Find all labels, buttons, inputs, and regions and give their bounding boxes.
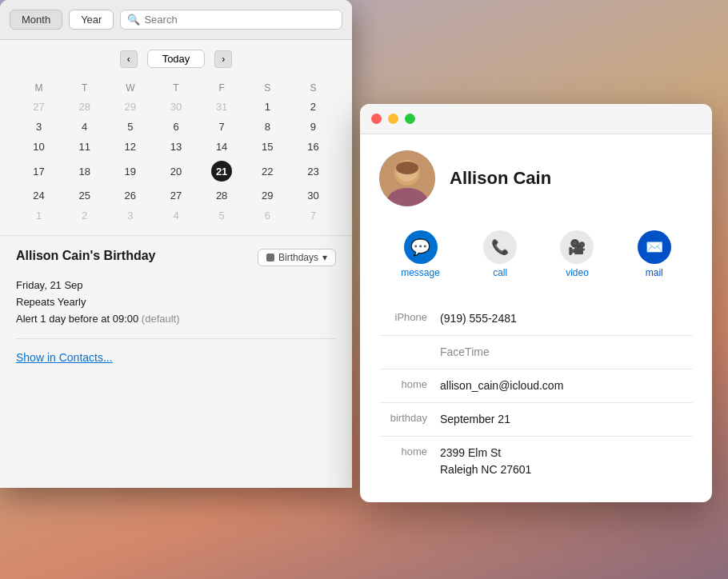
year-button[interactable]: Year — [69, 10, 114, 30]
maximize-button[interactable] — [405, 114, 415, 124]
month-button[interactable]: Month — [10, 10, 62, 30]
info-label — [379, 344, 427, 345]
calendar-day[interactable]: 28 — [199, 186, 245, 206]
calendar-day[interactable]: 4 — [153, 206, 198, 226]
mail-icon: ✉️ — [638, 230, 671, 264]
calendar-day[interactable]: 15 — [245, 137, 290, 157]
calendar-day[interactable]: 1 — [245, 97, 290, 117]
calendar-badge[interactable]: Birthdays ▾ — [258, 249, 336, 266]
calendar-day[interactable]: 22 — [245, 157, 290, 186]
calendar-day[interactable]: 25 — [62, 186, 107, 206]
calendar-day[interactable]: 30 — [153, 97, 198, 117]
calendar-day[interactable]: 13 — [153, 137, 198, 157]
call-icon: 📞 — [483, 230, 517, 264]
prev-month-button[interactable]: ‹ — [120, 50, 138, 68]
weekday-header-cell: F — [199, 79, 245, 97]
info-label: home — [379, 445, 427, 457]
calendar-day[interactable]: 2 — [62, 206, 107, 226]
video-icon: 🎥 — [560, 230, 594, 264]
calendar-day[interactable]: 30 — [290, 186, 336, 206]
calendar-day[interactable]: 26 — [107, 186, 153, 206]
info-label: iPhone — [379, 310, 427, 323]
calendar-day[interactable]: 16 — [290, 137, 336, 157]
calendar-day[interactable]: 3 — [16, 117, 62, 137]
calendar-day[interactable]: 9 — [290, 117, 336, 137]
weekday-header-cell: S — [290, 79, 336, 97]
calendar-day[interactable]: 7 — [290, 206, 336, 226]
info-value: 2399 Elm St Raleigh NC 27601 — [440, 445, 531, 478]
mail-label: mail — [646, 267, 663, 278]
calendar-day[interactable]: 24 — [16, 186, 62, 206]
calendar-day[interactable]: 2 — [290, 97, 336, 117]
calendar-day[interactable]: 6 — [153, 117, 198, 137]
contact-actions: 💬 message 📞 call 🎥 video ✉️ ma — [379, 222, 693, 286]
calendar-day[interactable]: 29 — [107, 97, 153, 117]
contact-name: Allison Cain — [450, 168, 551, 189]
event-detail: Friday, 21 Sep Repeats Yearly Alert 1 da… — [16, 278, 336, 327]
calendar-day[interactable]: 21 — [199, 157, 245, 186]
calendar-day[interactable]: 5 — [107, 117, 153, 137]
video-action[interactable]: 🎥 video — [560, 230, 594, 278]
calendar-day[interactable]: 14 — [199, 137, 245, 157]
calendar-day[interactable]: 12 — [107, 137, 153, 157]
svg-point-4 — [396, 162, 418, 174]
contact-info-row: home2399 Elm St Raleigh NC 27601 — [379, 437, 693, 486]
calendar-day[interactable]: 1 — [16, 206, 62, 226]
calendar-day[interactable]: 5 — [199, 206, 245, 226]
calendar-day[interactable]: 6 — [245, 206, 290, 226]
info-value: September 21 — [440, 411, 510, 428]
calendar-day[interactable]: 31 — [199, 97, 245, 117]
calendar-day[interactable]: 20 — [153, 157, 198, 186]
info-value: allison_cain@icloud.com — [440, 377, 563, 394]
close-button[interactable] — [371, 114, 382, 124]
calendar-badge-label: Birthdays — [278, 252, 318, 263]
calendar-day[interactable]: 28 — [62, 97, 107, 117]
event-divider — [16, 338, 336, 339]
avatar — [379, 150, 435, 206]
contact-info-row: birthdaySeptember 21 — [379, 403, 693, 437]
event-header: Allison Cain's Birthday Birthdays ▾ — [16, 249, 336, 266]
calendar-day[interactable]: 10 — [16, 137, 62, 157]
event-date: Friday, 21 Sep — [16, 278, 336, 294]
weekday-header-cell: S — [245, 79, 290, 97]
event-repeat: Repeats Yearly — [16, 294, 336, 311]
event-panel: Allison Cain's Birthday Birthdays ▾ Frid… — [0, 235, 352, 377]
calendar-day[interactable]: 4 — [62, 117, 107, 137]
call-label: call — [493, 267, 507, 278]
event-alert: Alert 1 day before at 09:00 — [16, 313, 138, 325]
weekday-header-cell: T — [62, 79, 107, 97]
contact-info-row: iPhone(919) 555-2481 — [379, 302, 693, 336]
calendar-day[interactable]: 18 — [62, 157, 107, 186]
calendar-day[interactable]: 11 — [62, 137, 107, 157]
call-action[interactable]: 📞 call — [483, 230, 517, 278]
calendar-day[interactable]: 23 — [290, 157, 336, 186]
calendar-day[interactable]: 29 — [245, 186, 290, 206]
calendar-day[interactable]: 27 — [153, 186, 198, 206]
calendar-day[interactable]: 3 — [107, 206, 153, 226]
show-in-contacts-link[interactable]: Show in Contacts... — [16, 351, 113, 364]
weekday-header-cell: M — [16, 79, 62, 97]
info-label: birthday — [379, 411, 427, 424]
minimize-button[interactable] — [388, 114, 398, 124]
info-label: home — [379, 377, 427, 390]
mail-action[interactable]: ✉️ mail — [638, 230, 671, 278]
contact-header: Allison Cain — [379, 150, 693, 206]
calendar-body: ‹ Today › MTWTFSS 2728293031123456789101… — [0, 40, 352, 235]
search-input[interactable] — [144, 14, 335, 26]
today-button[interactable]: Today — [147, 50, 206, 68]
search-icon: 🔍 — [127, 14, 140, 26]
event-alert-row: Alert 1 day before at 09:00 (default) — [16, 311, 336, 328]
calendar-day[interactable]: 19 — [107, 157, 153, 186]
calendar-day[interactable]: 17 — [16, 157, 62, 186]
event-title: Allison Cain's Birthday — [16, 249, 156, 263]
message-action[interactable]: 💬 message — [401, 230, 440, 278]
calendar-grid: MTWTFSS 27282930311234567891011121314151… — [16, 79, 336, 226]
calendar-day[interactable]: 7 — [199, 117, 245, 137]
calendar-day[interactable]: 27 — [16, 97, 62, 117]
contact-info-row: FaceTime — [379, 336, 693, 369]
next-month-button[interactable]: › — [214, 50, 232, 68]
contact-body: Allison Cain 💬 message 📞 call 🎥 video — [360, 134, 712, 502]
message-icon: 💬 — [404, 230, 438, 264]
calendar-day[interactable]: 8 — [245, 117, 290, 137]
info-value: (919) 555-2481 — [440, 310, 517, 327]
